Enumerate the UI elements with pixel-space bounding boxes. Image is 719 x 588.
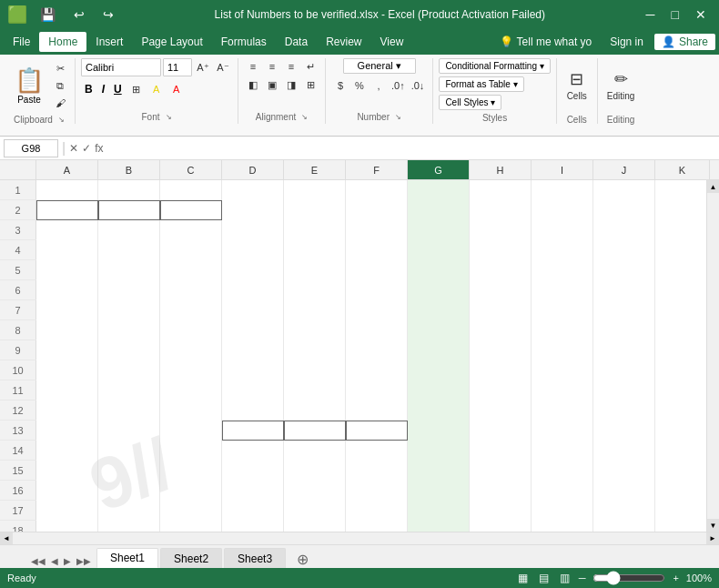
- cell[interactable]: [222, 521, 284, 532]
- cell[interactable]: [346, 180, 408, 200]
- formula-input[interactable]: [107, 142, 716, 155]
- add-sheet-button[interactable]: ⊕: [291, 551, 314, 568]
- sign-in-button[interactable]: Sign in: [603, 34, 651, 50]
- cell[interactable]: [346, 220, 408, 240]
- cell[interactable]: [36, 501, 98, 521]
- cell[interactable]: [408, 320, 470, 340]
- cell[interactable]: [160, 260, 222, 280]
- cell[interactable]: [593, 180, 655, 200]
- cell[interactable]: [160, 421, 222, 441]
- cell[interactable]: [346, 340, 408, 360]
- cell[interactable]: [36, 340, 98, 360]
- cell[interactable]: [408, 280, 470, 300]
- cell[interactable]: [284, 521, 346, 532]
- cell[interactable]: [98, 481, 160, 501]
- cell[interactable]: [160, 441, 222, 461]
- cell[interactable]: [36, 421, 98, 441]
- align-top-left-button[interactable]: ≡: [244, 58, 262, 75]
- cell[interactable]: [470, 220, 532, 240]
- cell[interactable]: [346, 380, 408, 400]
- menu-item-view[interactable]: View: [371, 32, 413, 52]
- col-header-b[interactable]: B: [98, 160, 160, 179]
- cell[interactable]: [98, 441, 160, 461]
- cell[interactable]: [346, 240, 408, 260]
- cell[interactable]: [532, 180, 593, 200]
- col-header-a[interactable]: A: [36, 160, 98, 179]
- cell[interactable]: [655, 300, 706, 320]
- undo-button[interactable]: ↩: [68, 5, 90, 24]
- cell[interactable]: [98, 461, 160, 481]
- align-top-right-button[interactable]: ≡: [282, 58, 300, 75]
- cell[interactable]: [532, 501, 593, 521]
- cell[interactable]: [470, 501, 532, 521]
- number-expand-icon[interactable]: ↘: [395, 113, 401, 121]
- row-number[interactable]: 6: [0, 280, 36, 299]
- cell[interactable]: [593, 360, 655, 380]
- cell[interactable]: [98, 380, 160, 400]
- page-break-view-button[interactable]: ▥: [558, 570, 572, 586]
- scroll-right-button[interactable]: ►: [706, 532, 719, 544]
- cell[interactable]: [593, 521, 655, 532]
- row-number[interactable]: 11: [0, 380, 36, 400]
- font-expand-icon[interactable]: ↘: [166, 113, 172, 121]
- scroll-down-button[interactable]: ▼: [707, 519, 719, 532]
- cell[interactable]: [532, 320, 593, 340]
- cells-button[interactable]: ⊟ Cells: [562, 58, 592, 113]
- cell[interactable]: [470, 481, 532, 501]
- cell[interactable]: [408, 300, 470, 320]
- cell[interactable]: [222, 461, 284, 481]
- cell[interactable]: [222, 441, 284, 461]
- cell[interactable]: [222, 320, 284, 340]
- cell[interactable]: [98, 200, 160, 220]
- cell[interactable]: [284, 340, 346, 360]
- cell[interactable]: [346, 521, 408, 532]
- cell[interactable]: [655, 461, 706, 481]
- row-number[interactable]: 18: [0, 521, 36, 532]
- cell[interactable]: [470, 400, 532, 421]
- cell[interactable]: [655, 280, 706, 300]
- col-header-f[interactable]: F: [346, 160, 408, 179]
- cell[interactable]: [222, 260, 284, 280]
- row-number[interactable]: 13: [0, 421, 36, 440]
- cell[interactable]: [98, 220, 160, 240]
- cell[interactable]: [346, 200, 408, 220]
- cell[interactable]: [408, 441, 470, 461]
- row-number[interactable]: 1: [0, 180, 36, 199]
- cell[interactable]: [98, 260, 160, 280]
- cell[interactable]: [532, 240, 593, 260]
- cell[interactable]: [160, 501, 222, 521]
- cell[interactable]: [222, 340, 284, 360]
- cell[interactable]: [532, 360, 593, 380]
- cell[interactable]: [98, 280, 160, 300]
- redo-button[interactable]: ↪: [97, 5, 119, 24]
- cell-reference-input[interactable]: [4, 139, 58, 157]
- cell[interactable]: [408, 380, 470, 400]
- cell[interactable]: [36, 320, 98, 340]
- paste-button[interactable]: 📋 Paste: [9, 58, 49, 113]
- cell[interactable]: [98, 320, 160, 340]
- cell[interactable]: [655, 220, 706, 240]
- cell[interactable]: [160, 360, 222, 380]
- comma-button[interactable]: ,: [370, 77, 388, 94]
- cell[interactable]: [655, 400, 706, 421]
- cell[interactable]: [532, 400, 593, 421]
- cell[interactable]: [593, 380, 655, 400]
- cell[interactable]: [593, 260, 655, 280]
- cell[interactable]: [346, 501, 408, 521]
- cell[interactable]: [98, 300, 160, 320]
- font-name-input[interactable]: [81, 58, 161, 76]
- cell[interactable]: [284, 481, 346, 501]
- font-color-button[interactable]: A: [167, 81, 186, 97]
- cell[interactable]: [408, 461, 470, 481]
- cell[interactable]: [160, 300, 222, 320]
- cell[interactable]: [408, 421, 470, 441]
- italic-button[interactable]: I: [98, 80, 108, 98]
- cell-styles-button[interactable]: Cell Styles ▾: [439, 95, 501, 110]
- cell[interactable]: [532, 280, 593, 300]
- cancel-formula-button[interactable]: ✕: [69, 142, 78, 155]
- menu-item-home[interactable]: Home: [39, 32, 86, 52]
- sheet-tab-sheet1[interactable]: Sheet1: [96, 548, 158, 568]
- cell[interactable]: [408, 220, 470, 240]
- cell[interactable]: [408, 260, 470, 280]
- cell[interactable]: [532, 380, 593, 400]
